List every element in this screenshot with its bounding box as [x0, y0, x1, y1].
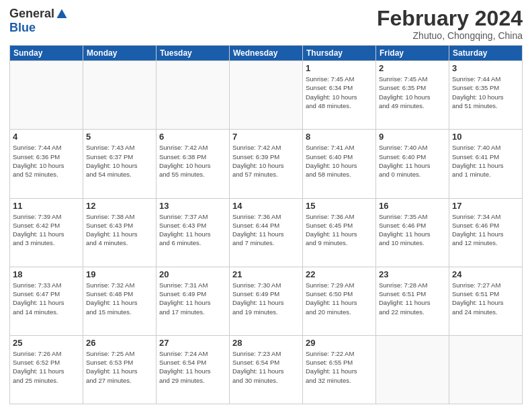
calendar-cell: 11Sunrise: 7:39 AM Sunset: 6:42 PM Dayli… [10, 198, 83, 267]
weekday-header-sunday: Sunday [10, 46, 83, 61]
calendar-cell [449, 335, 523, 404]
day-info: Sunrise: 7:45 AM Sunset: 6:35 PM Dayligh… [379, 75, 446, 110]
weekday-header-monday: Monday [83, 46, 157, 61]
calendar-cell: 3Sunrise: 7:44 AM Sunset: 6:35 PM Daylig… [449, 61, 523, 130]
calendar-week-1: 4Sunrise: 7:44 AM Sunset: 6:36 PM Daylig… [10, 130, 523, 198]
calendar-cell [376, 335, 449, 404]
day-info: Sunrise: 7:44 AM Sunset: 6:36 PM Dayligh… [13, 143, 80, 179]
day-info: Sunrise: 7:27 AM Sunset: 6:51 PM Dayligh… [452, 281, 519, 316]
logo-general-text: General [9, 7, 54, 21]
calendar-cell [83, 61, 157, 130]
month-title: February 2024 [377, 7, 523, 30]
calendar-week-2: 11Sunrise: 7:39 AM Sunset: 6:42 PM Dayli… [10, 198, 523, 267]
calendar-cell: 6Sunrise: 7:42 AM Sunset: 6:38 PM Daylig… [157, 130, 230, 198]
day-number: 17 [452, 201, 519, 211]
day-number: 21 [232, 269, 300, 279]
day-number: 6 [159, 132, 226, 142]
day-number: 28 [232, 338, 300, 348]
logo-icon [56, 8, 68, 20]
svg-marker-0 [57, 9, 67, 18]
day-number: 26 [86, 338, 153, 348]
calendar-cell [230, 61, 303, 130]
day-info: Sunrise: 7:42 AM Sunset: 6:39 PM Dayligh… [232, 143, 300, 179]
header: General Blue February 2024 Zhutuo, Chong… [9, 7, 523, 41]
calendar-cell: 17Sunrise: 7:34 AM Sunset: 6:46 PM Dayli… [449, 198, 523, 267]
calendar-week-3: 18Sunrise: 7:33 AM Sunset: 6:47 PM Dayli… [10, 267, 523, 335]
day-info: Sunrise: 7:35 AM Sunset: 6:46 PM Dayligh… [379, 212, 446, 248]
day-info: Sunrise: 7:38 AM Sunset: 6:43 PM Dayligh… [86, 212, 153, 248]
calendar-cell: 14Sunrise: 7:36 AM Sunset: 6:44 PM Dayli… [230, 198, 303, 267]
calendar-cell: 8Sunrise: 7:41 AM Sunset: 6:40 PM Daylig… [303, 130, 376, 198]
day-info: Sunrise: 7:32 AM Sunset: 6:48 PM Dayligh… [86, 281, 153, 316]
calendar-cell: 27Sunrise: 7:24 AM Sunset: 6:54 PM Dayli… [157, 335, 230, 404]
calendar-cell: 16Sunrise: 7:35 AM Sunset: 6:46 PM Dayli… [376, 198, 449, 267]
day-info: Sunrise: 7:42 AM Sunset: 6:38 PM Dayligh… [159, 143, 226, 179]
weekday-header-saturday: Saturday [449, 46, 523, 61]
calendar-cell: 4Sunrise: 7:44 AM Sunset: 6:36 PM Daylig… [10, 130, 83, 198]
day-number: 2 [379, 63, 446, 73]
calendar-cell: 23Sunrise: 7:28 AM Sunset: 6:51 PM Dayli… [376, 267, 449, 335]
weekday-header-tuesday: Tuesday [157, 46, 230, 61]
logo: General Blue [9, 7, 68, 35]
calendar-cell [157, 61, 230, 130]
calendar-cell: 2Sunrise: 7:45 AM Sunset: 6:35 PM Daylig… [376, 61, 449, 130]
day-number: 9 [379, 132, 446, 142]
day-info: Sunrise: 7:39 AM Sunset: 6:42 PM Dayligh… [13, 212, 80, 248]
day-number: 18 [13, 269, 80, 279]
day-info: Sunrise: 7:43 AM Sunset: 6:37 PM Dayligh… [86, 143, 153, 179]
logo-blue-text: Blue [9, 21, 36, 34]
day-number: 27 [159, 338, 226, 348]
day-number: 16 [379, 201, 446, 211]
day-info: Sunrise: 7:36 AM Sunset: 6:45 PM Dayligh… [306, 212, 373, 248]
day-info: Sunrise: 7:44 AM Sunset: 6:35 PM Dayligh… [452, 75, 519, 110]
day-info: Sunrise: 7:40 AM Sunset: 6:40 PM Dayligh… [379, 143, 446, 179]
day-number: 19 [86, 269, 153, 279]
calendar-header-row: SundayMondayTuesdayWednesdayThursdayFrid… [10, 46, 523, 61]
title-section: February 2024 Zhutuo, Chongqing, China [377, 7, 523, 41]
calendar-cell [10, 61, 83, 130]
calendar-cell: 1Sunrise: 7:45 AM Sunset: 6:34 PM Daylig… [303, 61, 376, 130]
day-info: Sunrise: 7:23 AM Sunset: 6:54 PM Dayligh… [232, 349, 300, 385]
calendar-cell: 25Sunrise: 7:26 AM Sunset: 6:52 PM Dayli… [10, 335, 83, 404]
calendar-table: SundayMondayTuesdayWednesdayThursdayFrid… [9, 45, 523, 404]
calendar-cell: 15Sunrise: 7:36 AM Sunset: 6:45 PM Dayli… [303, 198, 376, 267]
calendar-week-4: 25Sunrise: 7:26 AM Sunset: 6:52 PM Dayli… [10, 335, 523, 404]
page: General Blue February 2024 Zhutuo, Chong… [0, 0, 532, 411]
day-number: 5 [86, 132, 153, 142]
day-info: Sunrise: 7:33 AM Sunset: 6:47 PM Dayligh… [13, 281, 80, 316]
day-number: 12 [86, 201, 153, 211]
calendar-cell: 19Sunrise: 7:32 AM Sunset: 6:48 PM Dayli… [83, 267, 157, 335]
location: Zhutuo, Chongqing, China [377, 30, 523, 41]
day-number: 1 [306, 63, 373, 73]
day-number: 23 [379, 269, 446, 279]
day-info: Sunrise: 7:22 AM Sunset: 6:55 PM Dayligh… [306, 349, 373, 385]
day-info: Sunrise: 7:37 AM Sunset: 6:43 PM Dayligh… [159, 212, 226, 248]
day-info: Sunrise: 7:41 AM Sunset: 6:40 PM Dayligh… [306, 143, 373, 179]
calendar-cell: 12Sunrise: 7:38 AM Sunset: 6:43 PM Dayli… [83, 198, 157, 267]
weekday-header-thursday: Thursday [303, 46, 376, 61]
day-number: 3 [452, 63, 519, 73]
day-number: 24 [452, 269, 519, 279]
day-info: Sunrise: 7:26 AM Sunset: 6:52 PM Dayligh… [13, 349, 80, 385]
weekday-header-wednesday: Wednesday [230, 46, 303, 61]
weekday-header-friday: Friday [376, 46, 449, 61]
day-number: 20 [159, 269, 226, 279]
calendar-cell: 22Sunrise: 7:29 AM Sunset: 6:50 PM Dayli… [303, 267, 376, 335]
calendar-cell: 24Sunrise: 7:27 AM Sunset: 6:51 PM Dayli… [449, 267, 523, 335]
calendar-cell: 21Sunrise: 7:30 AM Sunset: 6:49 PM Dayli… [230, 267, 303, 335]
day-info: Sunrise: 7:29 AM Sunset: 6:50 PM Dayligh… [306, 281, 373, 316]
day-info: Sunrise: 7:24 AM Sunset: 6:54 PM Dayligh… [159, 349, 226, 385]
calendar-cell: 28Sunrise: 7:23 AM Sunset: 6:54 PM Dayli… [230, 335, 303, 404]
calendar-week-0: 1Sunrise: 7:45 AM Sunset: 6:34 PM Daylig… [10, 61, 523, 130]
calendar-cell: 13Sunrise: 7:37 AM Sunset: 6:43 PM Dayli… [157, 198, 230, 267]
day-number: 8 [306, 132, 373, 142]
calendar-cell: 18Sunrise: 7:33 AM Sunset: 6:47 PM Dayli… [10, 267, 83, 335]
day-number: 7 [232, 132, 300, 142]
day-number: 15 [306, 201, 373, 211]
day-number: 11 [13, 201, 80, 211]
day-info: Sunrise: 7:28 AM Sunset: 6:51 PM Dayligh… [379, 281, 446, 316]
day-info: Sunrise: 7:31 AM Sunset: 6:49 PM Dayligh… [159, 281, 226, 316]
day-info: Sunrise: 7:36 AM Sunset: 6:44 PM Dayligh… [232, 212, 300, 248]
day-info: Sunrise: 7:34 AM Sunset: 6:46 PM Dayligh… [452, 212, 519, 248]
calendar-cell: 10Sunrise: 7:40 AM Sunset: 6:41 PM Dayli… [449, 130, 523, 198]
